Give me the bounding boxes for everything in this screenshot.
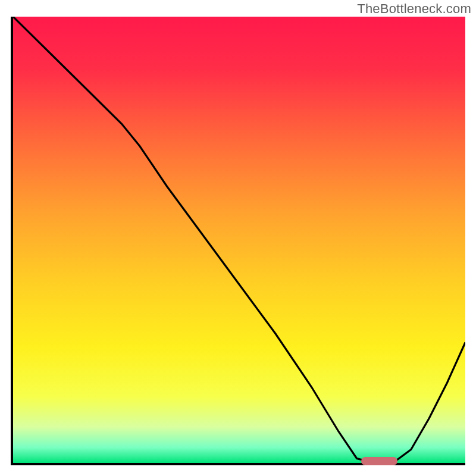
optimal-marker <box>361 457 397 465</box>
bottleneck-curve <box>13 17 465 463</box>
chart-container: TheBottleneck.com <box>0 0 476 476</box>
watermark-label: TheBottleneck.com <box>357 1 471 17</box>
